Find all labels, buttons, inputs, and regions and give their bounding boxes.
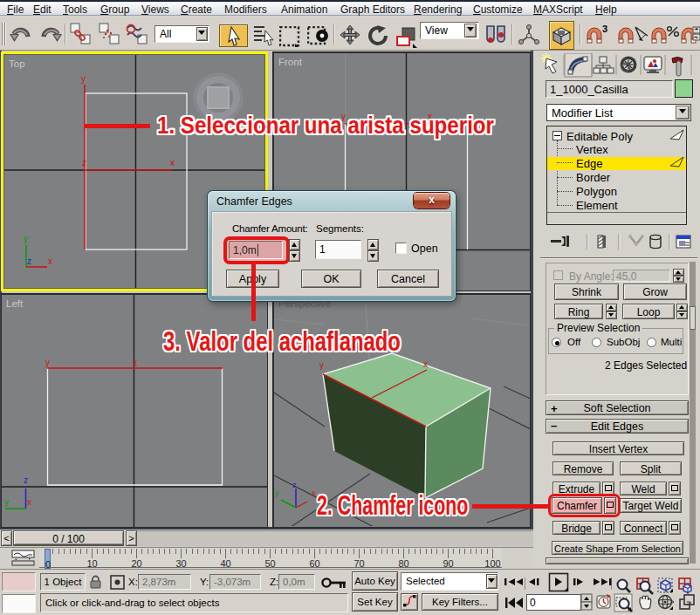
svg-text:y: y bbox=[341, 112, 346, 121]
svg-text:0: 0 bbox=[530, 597, 536, 609]
svg-text:y: y bbox=[81, 74, 86, 84]
svg-text:x: x bbox=[423, 359, 428, 369]
svg-text:y: y bbox=[24, 234, 28, 243]
svg-text:x: x bbox=[428, 112, 432, 121]
svg-text:z: z bbox=[82, 158, 86, 167]
svg-text:3: 3 bbox=[602, 24, 607, 34]
svg-text:y: y bbox=[319, 360, 324, 370]
svg-text:y: y bbox=[4, 497, 9, 507]
svg-text:x: x bbox=[27, 497, 31, 507]
svg-text:z: z bbox=[27, 256, 31, 266]
svg-text:y: y bbox=[45, 358, 50, 367]
svg-text:x: x bbox=[48, 256, 52, 266]
svg-text:y: y bbox=[275, 489, 279, 497]
svg-text:x: x bbox=[312, 489, 316, 497]
svg-text:z: z bbox=[24, 475, 28, 485]
svg-text:x: x bbox=[170, 158, 175, 167]
svg-text:x: x bbox=[133, 358, 137, 367]
svg-text:z: z bbox=[292, 481, 297, 489]
